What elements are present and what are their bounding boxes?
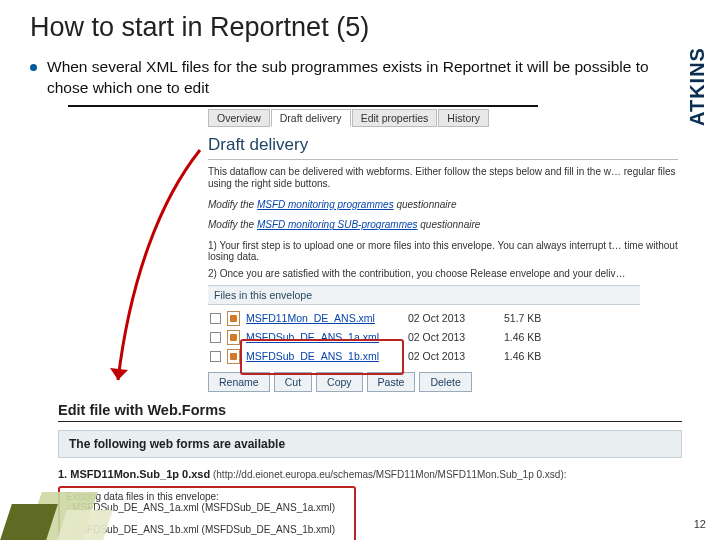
page-number: 12 xyxy=(694,518,706,530)
svg-text:ATKINS: ATKINS xyxy=(686,47,708,126)
section-heading: Draft delivery xyxy=(208,135,688,155)
step-1: 1) Your first step is to upload one or m… xyxy=(208,240,688,262)
tabs: Overview Draft delivery Edit properties … xyxy=(208,109,688,127)
webforms-section: Edit file with Web.Forms The following w… xyxy=(58,402,682,540)
xml-file-icon xyxy=(227,330,240,345)
file-action-buttons: Rename Cut Copy Paste Delete xyxy=(208,372,688,392)
checkbox[interactable] xyxy=(210,351,221,362)
xml-file-icon xyxy=(227,311,240,326)
form-label: 1. MSFD11Mon.Sub_1p 0.xsd xyxy=(58,468,210,480)
form-entry: 1. MSFD11Mon.Sub_1p 0.xsd (http://dd.eio… xyxy=(58,468,682,480)
paste-button[interactable]: Paste xyxy=(367,372,416,392)
forms-available-bar: The following web forms are available xyxy=(58,430,682,458)
file-row: MSFDSub_DE_ANS_1b.xml 02 Oct 2013 1.46 K… xyxy=(208,347,688,366)
file-name[interactable]: MSFDSub_DE_ANS_1a.xml xyxy=(246,331,402,343)
xml-file-icon xyxy=(227,349,240,364)
file-row: MSFDSub_DE_ANS_1a.xml 02 Oct 2013 1.46 K… xyxy=(208,328,688,347)
modify-line-2: Modify the MSFD monitoring SUB-programme… xyxy=(208,219,688,232)
file-name[interactable]: MSFD11Mon_DE_ANS.xml xyxy=(246,312,402,324)
link-msfd-programmes[interactable]: MSFD monitoring programmes xyxy=(257,199,394,210)
link-msfd-sub-programmes[interactable]: MSFD monitoring SUB-programmes xyxy=(257,219,418,230)
copy-button[interactable]: Copy xyxy=(316,372,363,392)
tab-overview[interactable]: Overview xyxy=(208,109,270,127)
webforms-title: Edit file with Web.Forms xyxy=(58,402,682,418)
file-date: 02 Oct 2013 xyxy=(408,312,498,324)
file-date: 02 Oct 2013 xyxy=(408,331,498,343)
cut-button[interactable]: Cut xyxy=(274,372,312,392)
svg-marker-0 xyxy=(110,368,128,380)
file-size: 1.46 KB xyxy=(504,331,556,343)
tab-draft-delivery[interactable]: Draft delivery xyxy=(271,109,351,127)
file-list: MSFD11Mon_DE_ANS.xml 02 Oct 2013 51.7 KB… xyxy=(208,309,688,366)
bullet-dot xyxy=(30,64,37,71)
files-header: Files in this envelope xyxy=(208,285,640,305)
tab-edit-properties[interactable]: Edit properties xyxy=(352,109,438,127)
file-size: 51.7 KB xyxy=(504,312,556,324)
file-date: 02 Oct 2013 xyxy=(408,350,498,362)
intro-text: This dataflow can be delivered with webf… xyxy=(208,166,688,191)
step-2: 2) Once you are satisfied with the contr… xyxy=(208,268,688,279)
bullet-item: When several XML files for the sub progr… xyxy=(30,57,690,99)
file-name[interactable]: MSFDSub_DE_ANS_1b.xml xyxy=(246,350,402,362)
form-url: (http://dd.eionet.europa.eu/schemas/MSFD… xyxy=(210,469,566,480)
slide-title: How to start in Reportnet (5) xyxy=(30,12,690,43)
rename-button[interactable]: Rename xyxy=(208,372,270,392)
checkbox[interactable] xyxy=(210,313,221,324)
file-row: MSFD11Mon_DE_ANS.xml 02 Oct 2013 51.7 KB xyxy=(208,309,688,328)
atkins-logo: ATKINS xyxy=(684,8,710,128)
text: Modify the xyxy=(208,199,257,210)
divider xyxy=(68,105,538,107)
checkbox[interactable] xyxy=(210,332,221,343)
text: questionnaire xyxy=(418,219,481,230)
heading-underline xyxy=(208,159,678,160)
bullet-text: When several XML files for the sub progr… xyxy=(47,57,690,99)
divider xyxy=(58,421,682,422)
text: questionnaire xyxy=(394,199,457,210)
decorative-shapes xyxy=(0,480,120,540)
tab-history[interactable]: History xyxy=(438,109,489,127)
delete-button[interactable]: Delete xyxy=(419,372,471,392)
text: Modify the xyxy=(208,219,257,230)
reportnet-screenshot: Overview Draft delivery Edit properties … xyxy=(208,109,688,392)
annotation-arrow xyxy=(100,140,210,400)
file-size: 1.46 KB xyxy=(504,350,556,362)
modify-line-1: Modify the MSFD monitoring programmes qu… xyxy=(208,199,688,212)
